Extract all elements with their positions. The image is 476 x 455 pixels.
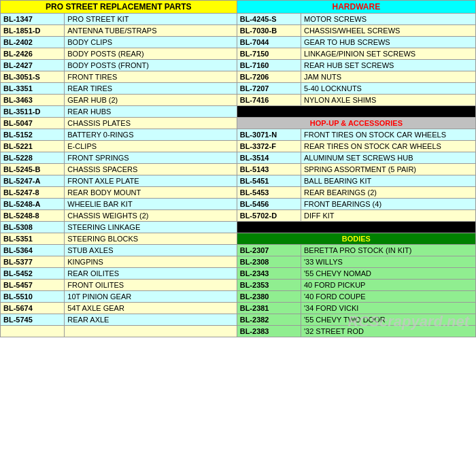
left-desc [65, 326, 237, 337]
right-desc: FRONT TIRES ON STOCK CAR WHEELS [301, 129, 475, 141]
left-code: BL-2426 [1, 48, 65, 60]
right-code: BL-2382 [237, 314, 301, 326]
right-code: BL-3071-N [237, 129, 301, 141]
left-code: BL-5245-B [1, 164, 65, 175]
right-desc: '34 FORD VICKI [301, 303, 475, 314]
left-code: BL-5377 [1, 256, 65, 268]
left-desc: BATTERY 0-RINGS [65, 129, 237, 141]
right-code: BL-7150 [237, 48, 301, 60]
right-desc: '32 STREET ROD [301, 326, 475, 337]
left-code: BL-5674 [1, 303, 65, 314]
right-desc: SPRING ASSORTMENT (5 PAIR) [301, 164, 475, 175]
left-code: BL-2427 [1, 60, 65, 71]
right-desc: GEAR TO HUB SCREWS [301, 37, 475, 48]
right-code: BL-7160 [237, 60, 301, 71]
right-desc: 5-40 LOCKNUTS [301, 83, 475, 95]
right-header: HARDWARE [237, 1, 475, 14]
left-header: PRO STREET REPLACEMENT PARTS [1, 1, 237, 14]
left-code: BL-5364 [1, 245, 65, 256]
right-desc: REAR TIRES ON STOCK CAR WHEELS [301, 141, 475, 152]
left-code: BL-5745 [1, 314, 65, 326]
right-desc: BERETTA PRO STOCK (IN KIT) [301, 245, 475, 256]
left-desc: REAR AXLE [65, 314, 237, 326]
right-code: BL-3372-F [237, 141, 301, 152]
right-desc: '40 FORD COUPE [301, 291, 475, 303]
right-code: BL-7207 [237, 83, 301, 95]
left-code: BL-5308 [1, 222, 65, 233]
left-desc: E-CLIPS [65, 141, 237, 152]
left-code: BL-5228 [1, 152, 65, 164]
right-desc: FRONT BEARINGS (4) [301, 199, 475, 210]
left-desc: BODY POSTS (FRONT) [65, 60, 237, 71]
left-desc: CHASSIS PLATES [65, 118, 237, 129]
right-code: BL-7044 [237, 37, 301, 48]
left-desc: CHASSIS WEIGHTS (2) [65, 210, 237, 222]
right-desc: LINKAGE/PINION SET SCREWS [301, 48, 475, 60]
right-desc: REAR HUB SET SCREWS [301, 60, 475, 71]
right-code: BL-7416 [237, 95, 301, 106]
left-code: BL-3051-S [1, 71, 65, 83]
right-code: BL-2307 [237, 245, 301, 256]
left-desc: GEAR HUB (2) [65, 95, 237, 106]
right-code: BL-5143 [237, 164, 301, 175]
right-desc: 40 FORD PICKUP [301, 280, 475, 291]
left-desc: KINGPINS [65, 256, 237, 268]
left-desc: ANTENNA TUBE/STRAPS [65, 25, 237, 37]
left-desc: FRONT SPRINGS [65, 152, 237, 164]
right-black-cell [237, 106, 475, 118]
right-code: BL-7206 [237, 71, 301, 83]
right-desc: MOTOR SCREWS [301, 14, 475, 25]
left-desc: BODY POSTS (REAR) [65, 48, 237, 60]
left-desc: STEERING BLOCKS [65, 233, 237, 245]
left-code: BL-5351 [1, 233, 65, 245]
page-container: PRO STREET REPLACEMENT PARTS HARDWARE BL… [0, 0, 476, 337]
right-code: BL-7030-B [237, 25, 301, 37]
left-code: BL-5047 [1, 118, 65, 129]
left-code: BL-5247-A [1, 175, 65, 187]
left-code: BL-5247-8 [1, 187, 65, 199]
right-desc: DIFF KIT [301, 210, 475, 222]
left-code: BL-1347 [1, 14, 65, 25]
left-desc: REAR BODY MOUNT [65, 187, 237, 199]
left-desc: FRONT OILITES [65, 280, 237, 291]
left-desc: CHASSIS SPACERS [65, 164, 237, 175]
left-desc: 10T PINION GEAR [65, 291, 237, 303]
parts-table: PRO STREET REPLACEMENT PARTS HARDWARE BL… [0, 0, 476, 337]
left-code: BL-5510 [1, 291, 65, 303]
left-desc: REAR HUBS [65, 106, 237, 118]
right-desc: BALL BEARING KIT [301, 175, 475, 187]
right-code: BL-2343 [237, 268, 301, 280]
right-black-cell [237, 222, 475, 233]
right-code: BL-5702-D [237, 210, 301, 222]
left-code: BL-3511-D [1, 106, 65, 118]
left-desc: BODY CLIPS [65, 37, 237, 48]
left-code: BL-5152 [1, 129, 65, 141]
right-code: BL-2383 [237, 326, 301, 337]
left-code: BL-5452 [1, 268, 65, 280]
hop-up-header: HOP-UP & ACCESSORIES [237, 118, 475, 129]
right-desc: '55 CHEVY TWO DOOR [301, 314, 475, 326]
left-code: BL-5457 [1, 280, 65, 291]
right-desc: ALUMINUM SET SCREWS HUB [301, 152, 475, 164]
left-desc: PRO STREET KIT [65, 14, 237, 25]
left-desc: STEERING LINKAGE [65, 222, 237, 233]
left-code [1, 326, 65, 337]
left-desc: REAR TIRES [65, 83, 237, 95]
left-code: BL-5248-8 [1, 210, 65, 222]
left-desc: REAR OILITES [65, 268, 237, 280]
right-desc: '55 CHEVY NOMAD [301, 268, 475, 280]
left-desc: 54T AXLE GEAR [65, 303, 237, 314]
right-desc: NYLON AXLE SHIMS [301, 95, 475, 106]
right-code: BL-5453 [237, 187, 301, 199]
left-code: BL-3463 [1, 95, 65, 106]
left-code: BL-3351 [1, 83, 65, 95]
left-code: BL-2402 [1, 37, 65, 48]
right-code: BL-4245-S [237, 14, 301, 25]
right-desc: '33 WILLYS [301, 256, 475, 268]
left-desc: FRONT TIRES [65, 71, 237, 83]
bodies-header: BODIES [237, 233, 475, 245]
right-desc: REAR BEARINGS (2) [301, 187, 475, 199]
right-desc: CHASSIS/WHEEL SCREWS [301, 25, 475, 37]
right-code: BL-2353 [237, 280, 301, 291]
right-code: BL-5451 [237, 175, 301, 187]
